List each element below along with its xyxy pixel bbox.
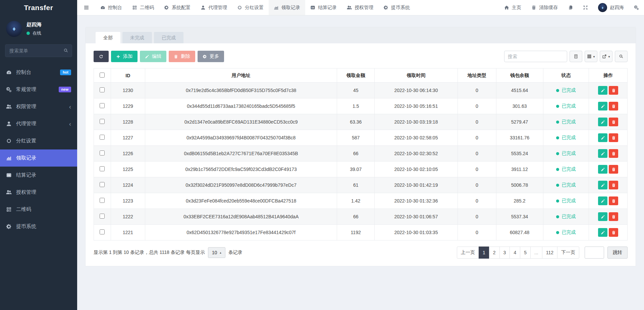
delete-button[interactable]: 删除 (169, 51, 195, 62)
row-select-checkbox[interactable] (100, 229, 105, 234)
sidebar-toggle-button[interactable] (77, 0, 95, 15)
avatar[interactable]: ♦ (6, 21, 22, 37)
row-select-checkbox[interactable] (100, 166, 105, 171)
sidebar-item-settle[interactable]: 结算记录 (0, 167, 77, 184)
row-select-checkbox[interactable] (100, 198, 105, 203)
page-number-112[interactable]: 112 (542, 247, 557, 259)
row-edit-button[interactable] (598, 149, 607, 158)
edit-button[interactable]: 编辑 (140, 51, 166, 62)
row-delete-button[interactable] (609, 102, 618, 110)
topnav-item-authorize[interactable]: 授权管理 (342, 0, 378, 15)
row-select-checkbox[interactable] (100, 119, 105, 124)
row-delete-button[interactable] (609, 196, 618, 205)
column-header-5[interactable]: 钱包余额 (496, 69, 543, 83)
row-edit-button[interactable] (598, 165, 607, 174)
hamburger-icon (84, 5, 89, 10)
search-toggle-button[interactable] (615, 51, 628, 62)
row-status: 已完成 (543, 98, 589, 114)
sidebar-item-withdraw[interactable]: 提币系统 (0, 218, 77, 235)
toggle-view-button[interactable] (570, 51, 582, 62)
column-header-4[interactable]: 地址类型 (458, 69, 496, 83)
sidebar-search-input[interactable] (5, 44, 72, 57)
row-edit-button[interactable] (598, 228, 607, 237)
refresh-button[interactable] (94, 51, 109, 62)
table-search-input[interactable] (504, 51, 567, 62)
row-edit-button[interactable] (598, 196, 607, 205)
page-number-3[interactable]: 3 (499, 247, 510, 259)
topnav-item-console[interactable]: 控制台 (95, 0, 127, 15)
column-header-0[interactable]: ID (111, 69, 145, 83)
page-jump-button[interactable]: 跳转 (607, 247, 628, 259)
row-delete-button[interactable] (609, 149, 618, 158)
row-select-checkbox[interactable] (100, 103, 105, 108)
page-next-button[interactable]: 下一页 (557, 247, 579, 259)
user-menu[interactable]: ♦ 赵四海 (593, 0, 629, 15)
settings-button[interactable] (629, 0, 644, 15)
row-delete-button[interactable] (609, 118, 618, 126)
topnav-item-qrcode[interactable]: 二维码 (127, 0, 159, 15)
copy-page-button[interactable] (563, 0, 578, 15)
more-button[interactable]: 更多 (198, 51, 224, 62)
column-header-3[interactable]: 领取时间 (374, 69, 458, 83)
sidebar-item-permission[interactable]: 权限管理‹ (0, 98, 77, 115)
row-edit-button[interactable] (598, 133, 607, 142)
page-prev-button[interactable]: 上一页 (457, 247, 479, 259)
row-select-checkbox[interactable] (100, 87, 105, 92)
row-select-checkbox[interactable] (100, 214, 105, 219)
column-header-7[interactable]: 操作 (589, 69, 628, 83)
row-delete-button[interactable] (609, 212, 618, 221)
table-row: 12280x2d1347e0ca89bE8FC69AD131E34880eCD5… (94, 114, 628, 130)
trash-icon (174, 54, 178, 59)
sidebar-item-label: 授权管理 (16, 189, 36, 195)
row-delete-button[interactable] (609, 165, 618, 174)
row-edit-button[interactable] (598, 118, 607, 126)
page-ellipsis[interactable]: ... (530, 247, 542, 259)
page-size-dropdown[interactable]: 10 ▴ (208, 247, 225, 258)
sidebar-item-dividend[interactable]: 分红设置 (0, 132, 77, 149)
sidebar-item-general[interactable]: 常规管理new (0, 81, 77, 98)
row-delete-button[interactable] (609, 86, 618, 95)
row-select-checkbox[interactable] (100, 182, 105, 187)
column-header-1[interactable]: 用户地址 (145, 69, 337, 83)
add-button[interactable]: 添加 (111, 51, 138, 62)
row-delete-button[interactable] (609, 228, 618, 237)
columns-button[interactable]: ▾ (585, 51, 597, 62)
trash-icon (611, 167, 616, 172)
tab-all[interactable]: 全部 (96, 32, 120, 43)
row-edit-button[interactable] (598, 212, 607, 221)
topnav-item-system[interactable]: 系统配置 (159, 0, 196, 15)
tab-finished[interactable]: 已完成 (154, 32, 183, 43)
column-header-2[interactable]: 领取金额 (337, 69, 374, 83)
sidebar-item-claim[interactable]: 领取记录 (0, 149, 77, 167)
export-button[interactable]: ▾ (600, 51, 612, 62)
row-select-checkbox[interactable] (100, 150, 105, 156)
sidebar-item-agent[interactable]: 代理管理‹ (0, 115, 77, 132)
dashboard-icon (6, 70, 12, 75)
clear-cache-button[interactable]: 清除缓存 (526, 0, 563, 15)
status-dot-icon (556, 215, 559, 218)
topnav-item-settle[interactable]: 结算记录 (305, 0, 342, 15)
select-all-checkbox[interactable] (100, 73, 105, 78)
row-edit-button[interactable] (598, 86, 607, 95)
row-select-checkbox[interactable] (100, 135, 105, 140)
row-edit-button[interactable] (598, 181, 607, 189)
topnav-item-claim[interactable]: 领取记录 (269, 0, 305, 15)
topnav-item-agent[interactable]: 代理管理 (196, 0, 232, 15)
page-number-1[interactable]: 1 (479, 247, 489, 259)
page-number-5[interactable]: 5 (520, 247, 531, 259)
fullscreen-button[interactable] (578, 0, 593, 15)
topnav-item-withdraw[interactable]: 提币系统 (378, 0, 415, 15)
topnav-item-dividend[interactable]: 分红设置 (232, 0, 269, 15)
column-header-6[interactable]: 状态 (543, 69, 589, 83)
page-number-4[interactable]: 4 (509, 247, 520, 259)
sidebar-item-qrcode[interactable]: 二维码 (0, 201, 77, 218)
sidebar-item-authorize[interactable]: 授权管理 (0, 184, 77, 201)
sidebar-item-console[interactable]: 控制台hot (0, 64, 77, 81)
row-delete-button[interactable] (609, 181, 618, 189)
row-delete-button[interactable] (609, 133, 618, 142)
tab-unfinished[interactable]: 未完成 (122, 32, 152, 43)
page-jump-input[interactable] (585, 247, 604, 259)
page-number-2[interactable]: 2 (489, 247, 500, 259)
row-edit-button[interactable] (598, 102, 607, 110)
home-button[interactable]: 主页 (499, 0, 526, 15)
